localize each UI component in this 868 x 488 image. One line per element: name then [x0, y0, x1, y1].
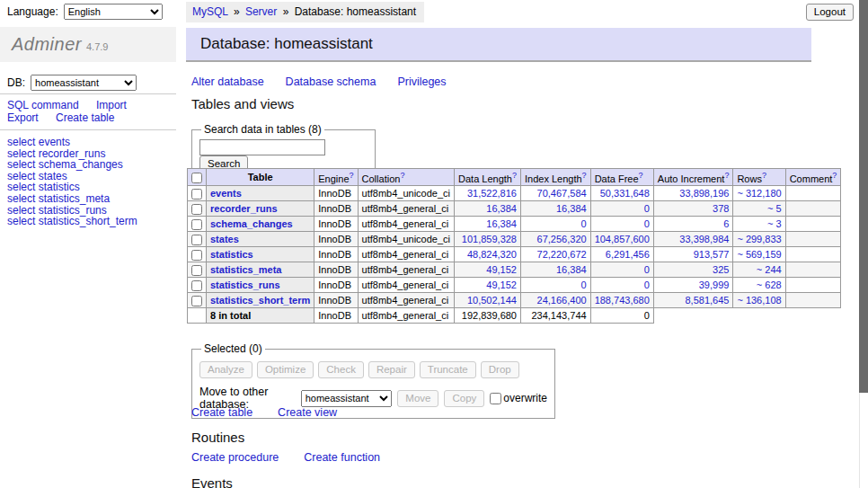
scrollbar-thumb[interactable] [859, 0, 868, 393]
data-free-link[interactable]: 6,291,456 [606, 249, 650, 260]
repair-button[interactable]: Repair [368, 361, 415, 378]
app-title-bar: Adminer 4.7.9 [0, 27, 176, 62]
table-name-link[interactable]: statistics_short_term [210, 295, 310, 306]
rows-link[interactable]: ~ 569,159 [737, 249, 781, 260]
sidebar-link-create-table[interactable]: Create table [56, 111, 114, 124]
auto-increment-link[interactable]: 33,898,196 [679, 188, 729, 199]
select-table-link[interactable]: statistics_short_term [39, 215, 137, 227]
create-view-link[interactable]: Create view [278, 406, 337, 419]
database-schema-link[interactable]: Database schema [286, 75, 376, 88]
sidebar-link-export[interactable]: Export [7, 111, 39, 124]
drop-button[interactable]: Drop [481, 361, 519, 378]
breadcrumb-server-link[interactable]: Server [245, 5, 277, 18]
row-checkbox[interactable] [191, 219, 202, 230]
data-length-link[interactable]: 48,824,320 [467, 249, 517, 260]
rows-link[interactable]: ~ 299,833 [737, 234, 781, 244]
rows-link[interactable]: ~ 244 [757, 264, 782, 275]
index-length-link[interactable]: 16,384 [556, 264, 587, 275]
row-checkbox[interactable] [191, 204, 202, 215]
data-length-link[interactable]: 49,152 [486, 279, 517, 290]
search-input[interactable] [199, 139, 325, 155]
data-length-link[interactable]: 31,522,816 [467, 188, 517, 199]
column-help-link[interactable]: ? [832, 171, 837, 180]
table-name-link[interactable]: schema_changes [210, 218, 293, 229]
column-help-link[interactable]: ? [400, 171, 404, 180]
data-length-link[interactable]: 16,384 [486, 218, 517, 229]
move-db-select[interactable]: homeassistant [301, 390, 393, 407]
data-length-link[interactable]: 49,152 [486, 264, 517, 275]
data-free-link[interactable]: 0 [644, 279, 650, 290]
create-table-link[interactable]: Create table [191, 406, 252, 419]
auto-increment-link[interactable]: 6 [723, 218, 729, 229]
privileges-link[interactable]: Privileges [397, 75, 446, 88]
create-procedure-link[interactable]: Create procedure [191, 451, 279, 464]
data-length-link[interactable]: 101,859,328 [462, 234, 517, 244]
index-length-link[interactable]: 0 [581, 279, 587, 290]
db-select[interactable]: homeassistant [31, 75, 137, 91]
table-name-link[interactable]: statistics_runs [210, 279, 280, 290]
auto-increment-link[interactable]: 8,581,645 [685, 295, 729, 306]
column-help-link[interactable]: ? [582, 171, 587, 180]
auto-increment-link[interactable]: 378 [713, 203, 729, 214]
index-length-link[interactable]: 72,220,672 [537, 249, 587, 260]
select-action-link[interactable]: select [7, 215, 35, 227]
table-row: statistics_runs InnoDB utf8mb4_general_c… [188, 278, 841, 293]
rows-link[interactable]: ~ 136,108 [737, 295, 781, 306]
move-button[interactable]: Move [397, 390, 438, 407]
rows-link[interactable]: ~ 312,180 [737, 188, 781, 199]
breadcrumb-mysql-link[interactable]: MySQL [192, 5, 228, 18]
index-length-link[interactable]: 0 [581, 218, 587, 229]
select-all-checkbox[interactable] [191, 173, 202, 183]
auto-increment-link[interactable]: 913,577 [694, 249, 730, 260]
create-function-link[interactable]: Create function [304, 451, 380, 464]
row-checkbox[interactable] [191, 235, 202, 245]
index-length-link[interactable]: 67,256,320 [537, 234, 587, 244]
auto-increment-link[interactable]: 39,999 [699, 279, 730, 290]
check-button[interactable]: Check [318, 361, 364, 378]
index-length-link[interactable]: 24,166,400 [537, 295, 587, 306]
data-free-link[interactable]: 188,743,680 [595, 295, 650, 306]
data-free-link[interactable]: 0 [644, 264, 650, 275]
optimize-button[interactable]: Optimize [257, 361, 314, 378]
data-length-link[interactable]: 16,384 [486, 203, 517, 214]
table-name-link[interactable]: states [210, 234, 239, 244]
row-checkbox[interactable] [191, 280, 202, 291]
rows-link[interactable]: ~ 5 [767, 203, 782, 214]
sidebar-link-import[interactable]: Import [96, 99, 127, 111]
rows-link[interactable]: ~ 628 [757, 279, 782, 290]
data-free-link[interactable]: 104,857,600 [595, 234, 650, 244]
rows-link[interactable]: ~ 3 [767, 218, 782, 229]
sidebar-link-sql-command[interactable]: SQL command [7, 99, 79, 111]
table-name-link[interactable]: events [210, 188, 242, 199]
data-free-link[interactable]: 0 [644, 218, 650, 229]
index-length-link[interactable]: 70,467,584 [537, 188, 587, 199]
table-name-link[interactable]: statistics_meta [210, 264, 282, 275]
rows-cell: ~ 136,108 [733, 293, 785, 308]
app-version: 4.7.9 [86, 41, 108, 52]
column-help-link[interactable]: ? [724, 171, 729, 180]
truncate-button[interactable]: Truncate [420, 361, 476, 378]
alter-database-link[interactable]: Alter database [191, 75, 264, 88]
scrollbar[interactable] [859, 0, 868, 488]
data-length-link[interactable]: 10,502,144 [467, 295, 517, 306]
data-free-link[interactable]: 0 [644, 203, 650, 214]
overwrite-checkbox[interactable] [490, 393, 501, 404]
column-help-link[interactable]: ? [762, 171, 766, 180]
row-checkbox[interactable] [191, 189, 202, 200]
index-length-link[interactable]: 16,384 [556, 203, 587, 214]
column-help-link[interactable]: ? [512, 171, 517, 180]
analyze-button[interactable]: Analyze [199, 361, 252, 378]
logout-button[interactable]: Logout [806, 4, 854, 21]
language-select[interactable]: English [64, 4, 163, 20]
copy-button[interactable]: Copy [444, 390, 484, 407]
table-name-link[interactable]: recorder_runs [210, 203, 278, 214]
data-free-link[interactable]: 50,331,648 [600, 188, 650, 199]
auto-increment-link[interactable]: 325 [713, 264, 729, 275]
column-help-link[interactable]: ? [639, 171, 643, 180]
auto-increment-link[interactable]: 33,398,984 [679, 234, 729, 244]
row-checkbox[interactable] [191, 265, 202, 276]
row-checkbox[interactable] [191, 250, 202, 261]
table-name-link[interactable]: statistics [210, 249, 253, 260]
row-checkbox[interactable] [191, 296, 202, 306]
column-help-link[interactable]: ? [350, 171, 354, 180]
